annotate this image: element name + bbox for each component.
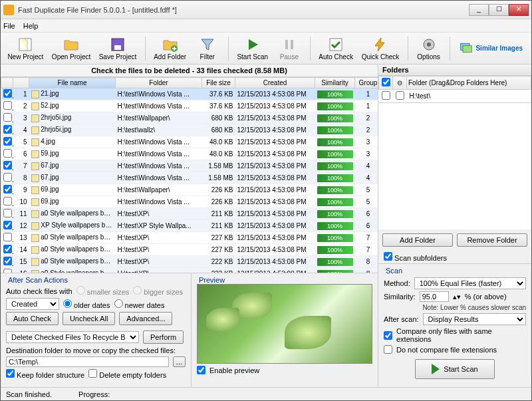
col-created[interactable]: Created (235, 78, 315, 88)
after-scan-panel: After Scan Actions Auto check files with… (1, 273, 192, 387)
minimize-button[interactable]: _ (469, 4, 489, 16)
check-summary: Check the files to be deleted - 33 files… (1, 65, 378, 77)
dest-path[interactable] (6, 356, 169, 367)
toolbar: New Project Open Project Save Project Ad… (1, 33, 531, 65)
save-project-button[interactable]: Save Project (96, 35, 139, 63)
close-button[interactable]: ✕ (509, 4, 529, 16)
folder-check-all[interactable] (382, 78, 390, 86)
newer-radio[interactable] (114, 299, 123, 308)
start-scan-button[interactable]: Start Scan (234, 35, 271, 63)
svg-point-8 (427, 43, 431, 47)
new-project-button[interactable]: New Project (5, 35, 47, 63)
advanced[interactable]: Advanced... (119, 312, 172, 325)
filter-button[interactable]: Filter (192, 35, 223, 63)
similar-images-link[interactable]: Similar Images (455, 39, 527, 57)
table-row[interactable]: 7 67.jpg H:\test\Windows Vista ...1.58 M… (1, 160, 378, 172)
action-select[interactable]: Delete Checked Files To Recycle Bin (6, 331, 139, 343)
auto-check-button[interactable]: Auto Check (316, 35, 356, 63)
criteria-select[interactable]: Created (6, 298, 59, 310)
app-icon (3, 5, 14, 15)
table-row[interactable]: 8 67.jpg H:\test\Windows Vista ...1.58 M… (1, 172, 378, 184)
table-row[interactable]: 9 69.jpg H:\test\Wallpaper\226 KB 12/15/… (1, 184, 378, 196)
col-filename[interactable]: File name (29, 78, 116, 88)
pause-button[interactable]: Pause (274, 35, 305, 63)
table-row[interactable]: 1 21.jpg H:\test\Windows Vista ...37.6 K… (1, 88, 378, 100)
bigger-radio (133, 286, 142, 295)
col-group[interactable]: Group (355, 78, 378, 88)
scan-subfolders[interactable] (384, 252, 392, 261)
table-row[interactable]: 4 2hrjo5i.jpg H:\test\wallz\680 KB 12/15… (1, 124, 378, 136)
add-folder-button[interactable]: Add Folder (151, 35, 190, 63)
table-row[interactable]: 13 a0 Style wallpapers by Ahr H:\test\XP… (1, 232, 378, 244)
svg-rect-5 (291, 40, 293, 49)
play-icon (432, 364, 440, 374)
similarity-input[interactable] (420, 291, 449, 302)
open-project-button[interactable]: Open Project (49, 35, 94, 63)
start-scan-main[interactable]: Start Scan (415, 359, 494, 379)
delete-empty[interactable] (88, 369, 97, 378)
table-row[interactable]: 14 a0 Style wallpapers by Ahr H:\test\XP… (1, 244, 378, 256)
remove-folder[interactable]: Remove Folder (457, 233, 527, 247)
col-num[interactable] (13, 78, 29, 88)
svg-rect-10 (463, 46, 471, 53)
col-filesize[interactable]: File size (202, 78, 235, 88)
quick-check-button[interactable]: Quick Check (358, 35, 402, 63)
enable-preview[interactable] (197, 366, 205, 374)
no-ext[interactable] (384, 345, 392, 354)
app-window: Fast Duplicate File Finder 5.0.0.1 - [un… (0, 0, 532, 401)
svg-rect-4 (285, 40, 288, 49)
scan-section: Scan Method:100% Equal Files (faster) Si… (378, 263, 531, 387)
menu-file[interactable]: File (3, 22, 15, 30)
same-ext[interactable] (384, 331, 392, 340)
col-check[interactable] (1, 78, 13, 88)
folder-row[interactable]: H:\test\ (379, 90, 531, 103)
statusbar: Scan finished. Progress: (1, 387, 531, 400)
smaller-radio (76, 286, 85, 295)
add-folder[interactable]: Add Folder (382, 233, 453, 247)
table-row[interactable]: 2 52.jpg H:\test\Windows Vista ...37.6 K… (1, 100, 378, 112)
preview-panel: Preview Enable preview (192, 273, 378, 387)
table-row[interactable]: 10 69.jpg H:\test\Windows Vista ...226 K… (1, 196, 378, 208)
method-select[interactable]: 100% Equal Files (faster) (414, 277, 526, 289)
after-scan-select[interactable]: Display Results (423, 313, 526, 325)
folders-grid[interactable]: ⊖Folder (Drag&Drop Folders Here) H:\test… (378, 76, 531, 103)
results-grid[interactable]: File name Folder File size Created Simil… (1, 77, 378, 273)
table-row[interactable]: 5 4.jpg H:\test\Windows Vista ...48.0 KB… (1, 136, 378, 148)
browse-button[interactable]: ... (173, 356, 186, 367)
maximize-button[interactable]: ☐ (489, 4, 509, 16)
perform-button[interactable]: Perform (143, 331, 184, 344)
col-similarity[interactable]: Similarity (315, 78, 355, 88)
titlebar[interactable]: Fast Duplicate File Finder 5.0.0.1 - [un… (1, 1, 531, 19)
menu-help[interactable]: Help (23, 22, 39, 30)
uncheck-all[interactable]: Uncheck All (63, 312, 115, 325)
older-radio[interactable] (63, 299, 72, 308)
progress-label: Progress: (78, 390, 110, 398)
table-row[interactable]: 6 59.jpg H:\test\Windows Vista ...48.0 K… (1, 148, 378, 160)
menubar: File Help (1, 19, 531, 33)
table-row[interactable]: 16 a0 Style wallpapers by Ahr H:\test\XP… (1, 268, 378, 273)
folders-title: Folders (378, 65, 531, 76)
table-row[interactable]: 3 2hrjo5i.jpg H:\test\Wallpaper\680 KB 1… (1, 112, 378, 124)
status-text: Scan finished. (6, 390, 52, 398)
options-button[interactable]: Options (414, 35, 444, 63)
col-folder[interactable]: Folder (116, 78, 202, 88)
auto-check-action[interactable]: Auto Check (6, 312, 59, 325)
preview-image (197, 284, 372, 364)
table-row[interactable]: 11 a0 Style wallpapers by Ahr H:\test\XP… (1, 208, 378, 220)
svg-rect-2 (114, 45, 121, 50)
window-title: Fast Duplicate File Finder 5.0.0.1 - [un… (18, 6, 469, 14)
keep-structure[interactable] (6, 369, 15, 378)
table-row[interactable]: 15 a0 Style wallpapers by Ahr H:\test\XP… (1, 256, 378, 268)
table-row[interactable]: 12 XP Style wallpapers by Ahr H:\test\XP… (1, 220, 378, 232)
